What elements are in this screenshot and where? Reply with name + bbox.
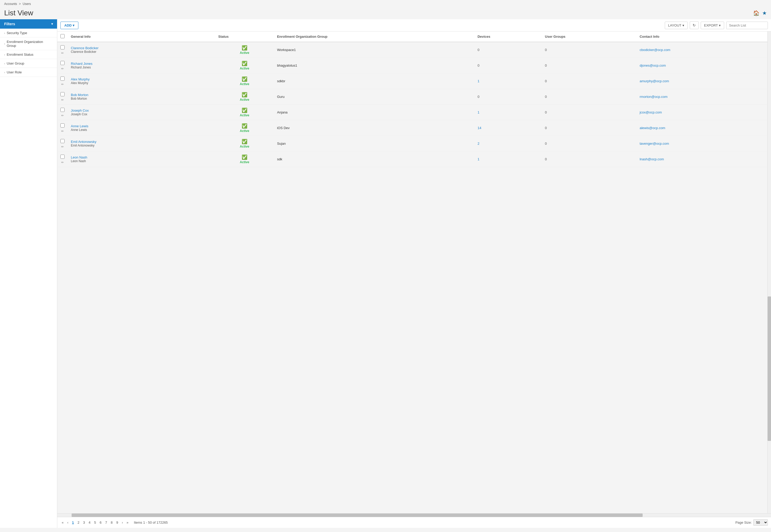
pagination-page-1[interactable]: 1 xyxy=(71,520,75,525)
search-input[interactable] xyxy=(726,22,768,29)
page-size-select[interactable]: 50 25 100 xyxy=(753,519,768,526)
pagination-page-2[interactable]: 2 xyxy=(76,520,81,525)
row-user-groups-7: 0 xyxy=(542,151,637,167)
filter-label-user-group: User Group xyxy=(7,61,24,65)
row-devices-4[interactable]: 1 xyxy=(475,105,542,120)
add-button[interactable]: ADD ▾ xyxy=(60,22,78,29)
user-name-plain-6: Emil Antonowsky xyxy=(71,144,212,147)
pagination-page-4[interactable]: 4 xyxy=(87,520,92,525)
edit-icon-2[interactable]: ✏ xyxy=(60,83,65,86)
filter-item-enrollment-org-group[interactable]: › Enrollment Organization Group xyxy=(0,37,57,50)
user-name-link-4[interactable]: Joseph Cox xyxy=(71,109,212,112)
row-checkbox-1[interactable] xyxy=(60,61,65,65)
row-checkbox-7[interactable] xyxy=(60,155,65,159)
row-email-link-2[interactable]: amurphy@ocp.com xyxy=(640,79,669,83)
row-select-cell-6: ✏ xyxy=(57,136,68,151)
filter-item-user-group[interactable]: › User Group xyxy=(0,59,57,68)
pagination-page-9[interactable]: 9 xyxy=(115,520,119,525)
row-devices-7[interactable]: 1 xyxy=(475,151,542,167)
user-name-link-7[interactable]: Leon Nash xyxy=(71,155,212,159)
row-email-link-1[interactable]: djones@ocp.com xyxy=(640,64,666,67)
row-devices-6[interactable]: 2 xyxy=(475,136,542,151)
row-email-link-6[interactable]: tavenger@ocp.com xyxy=(640,142,669,145)
refresh-button[interactable]: ↻ xyxy=(690,21,699,29)
row-email-link-3[interactable]: rmorton@ocp.com xyxy=(640,95,667,99)
row-checkbox-3[interactable] xyxy=(60,92,65,96)
select-all-checkbox[interactable] xyxy=(60,34,65,38)
row-devices-2[interactable]: 1 xyxy=(475,73,542,89)
edit-icon-3[interactable]: ✏ xyxy=(60,98,65,102)
filter-chevron-enrollment-org: › xyxy=(4,42,5,45)
pagination-page-5[interactable]: 5 xyxy=(93,520,97,525)
pagination-page-8[interactable]: 8 xyxy=(109,520,114,525)
row-email-link-5[interactable]: alewis@ocp.com xyxy=(640,126,665,130)
row-status-5: ✅ Active xyxy=(215,120,274,136)
pagination-page-3[interactable]: 3 xyxy=(82,520,86,525)
pagination-page-6[interactable]: 6 xyxy=(98,520,103,525)
row-general-info-0: Clarence Bodicker Clarence Bodicker xyxy=(68,42,215,58)
row-enrollment-org-2: sdkbr xyxy=(274,73,475,89)
row-devices-3: 0 xyxy=(475,89,542,105)
toolbar: ADD ▾ LAYOUT ▾ ↻ EXPORT ▾ xyxy=(57,19,771,31)
row-checkbox-0[interactable] xyxy=(60,45,65,49)
horizontal-scrollbar[interactable] xyxy=(57,513,771,517)
table-scroll-area[interactable]: General Info Status Enrollment Organizat… xyxy=(57,31,767,513)
row-general-info-7: Leon Nash Leon Nash xyxy=(68,151,215,167)
row-user-groups-2: 0 xyxy=(542,73,637,89)
filters-header[interactable]: Filters ▾ xyxy=(0,19,57,29)
row-email-link-0[interactable]: cbodicker@ocp.com xyxy=(640,48,670,52)
row-devices-5[interactable]: 14 xyxy=(475,120,542,136)
pagination-first-button[interactable]: « xyxy=(60,520,65,525)
user-name-plain-5: Anne Lewis xyxy=(71,128,212,132)
user-name-link-5[interactable]: Anne Lewis xyxy=(71,124,212,128)
row-email-link-7[interactable]: lnash@ocp.com xyxy=(640,157,664,161)
pagination-items-info: Items 1 - 50 of 172265 xyxy=(134,521,168,524)
table-row: ✏ Bob Morton Bob Morton ✅ Active Guru 0 … xyxy=(57,89,767,105)
breadcrumb-accounts[interactable]: Accounts xyxy=(4,2,17,6)
filter-item-user-role[interactable]: › User Role xyxy=(0,68,57,77)
edit-icon-1[interactable]: ✏ xyxy=(60,67,65,71)
table-row: ✏ Emil Antonowsky Emil Antonowsky ✅ Acti… xyxy=(57,136,767,151)
pagination-prev-button[interactable]: ‹ xyxy=(66,520,69,525)
filter-item-enrollment-status[interactable]: › Enrollment Status xyxy=(0,50,57,59)
edit-icon-5[interactable]: ✏ xyxy=(60,129,65,133)
user-name-link-3[interactable]: Bob Morton xyxy=(71,93,212,97)
pagination-next-button[interactable]: › xyxy=(121,520,124,525)
edit-icon-7[interactable]: ✏ xyxy=(60,161,65,164)
user-name-link-2[interactable]: Alex Murphy xyxy=(71,77,212,81)
pagination-right: Page Size: 50 25 100 xyxy=(735,519,768,526)
pagination-page-7[interactable]: 7 xyxy=(104,520,108,525)
table-row: ✏ Anne Lewis Anne Lewis ✅ Active iOS Dev… xyxy=(57,120,767,136)
refresh-icon: ↻ xyxy=(693,23,696,27)
select-all-header[interactable] xyxy=(57,31,68,42)
vertical-scrollbar[interactable] xyxy=(767,31,771,513)
row-status-6: ✅ Active xyxy=(215,136,274,151)
filter-item-security-type[interactable]: › Security Type xyxy=(0,29,57,37)
home-icon[interactable]: 🏠 xyxy=(753,10,760,16)
user-name-link-0[interactable]: Clarence Bodicker xyxy=(71,46,212,50)
export-button[interactable]: EXPORT ▾ xyxy=(701,22,724,29)
row-checkbox-5[interactable] xyxy=(60,123,65,128)
edit-icon-6[interactable]: ✏ xyxy=(60,145,65,149)
status-text-2: Active xyxy=(240,82,249,86)
row-checkbox-2[interactable] xyxy=(60,77,65,81)
filter-label-enrollment-status: Enrollment Status xyxy=(7,53,34,56)
breadcrumb-users[interactable]: Users xyxy=(23,2,31,6)
edit-icon-4[interactable]: ✏ xyxy=(60,114,65,117)
pagination-last-button[interactable]: » xyxy=(125,520,130,525)
row-status-0: ✅ Active xyxy=(215,42,274,58)
row-general-info-3: Bob Morton Bob Morton xyxy=(68,89,215,105)
user-name-plain-7: Leon Nash xyxy=(71,159,212,163)
page-title: List View xyxy=(4,9,33,17)
user-name-link-6[interactable]: Emil Antonowsky xyxy=(71,140,212,144)
edit-icon-0[interactable]: ✏ xyxy=(60,51,65,55)
row-checkbox-6[interactable] xyxy=(60,139,65,143)
layout-button[interactable]: LAYOUT ▾ xyxy=(665,22,688,29)
row-status-3: ✅ Active xyxy=(215,89,274,105)
star-icon[interactable]: ★ xyxy=(762,10,767,16)
row-checkbox-4[interactable] xyxy=(60,108,65,112)
user-name-plain-1: Richard Jones xyxy=(71,66,212,69)
row-user-groups-0: 0 xyxy=(542,42,637,58)
user-name-link-1[interactable]: Richard Jones xyxy=(71,62,212,66)
row-email-link-4[interactable]: jcox@ocp.com xyxy=(640,110,662,114)
